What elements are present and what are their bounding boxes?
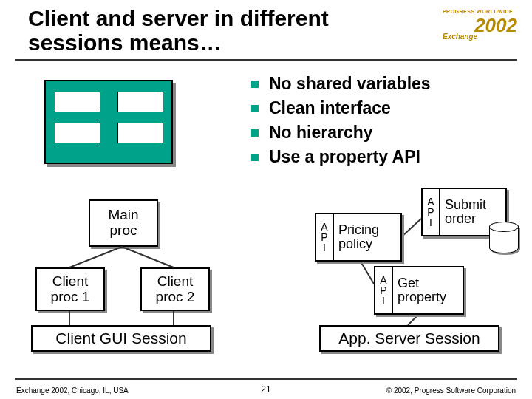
box-line: property bbox=[398, 290, 458, 304]
bullet-icon bbox=[251, 105, 259, 112]
box-line: proc 2 bbox=[142, 290, 208, 305]
footer-left: Exchange 2002, Chicago, IL, USA bbox=[16, 386, 129, 395]
brand-year: 2002 bbox=[474, 14, 517, 36]
api-i: I bbox=[382, 296, 385, 306]
bullet-text: Use a property API bbox=[269, 147, 420, 167]
getprop-api-box: A P I Get property bbox=[374, 266, 464, 315]
box-line: policy bbox=[338, 237, 396, 251]
api-main: Pricing policy bbox=[334, 214, 400, 260]
client-proc1-box: Client proc 1 bbox=[35, 267, 105, 311]
api-side-label: A P I bbox=[316, 214, 334, 260]
svg-line-1 bbox=[122, 247, 174, 267]
server-session-label: App. Server Session bbox=[319, 325, 499, 352]
pricing-api-box: A P I Pricing policy bbox=[315, 213, 402, 262]
svg-line-0 bbox=[69, 247, 122, 267]
bullet-icon bbox=[251, 129, 259, 137]
bullet-item: No hierarchy bbox=[251, 123, 431, 143]
api-p: P bbox=[427, 207, 434, 217]
main-proc-box: Main proc bbox=[89, 200, 158, 247]
footer-divider bbox=[15, 378, 517, 380]
svg-line-6 bbox=[361, 262, 374, 284]
api-p: P bbox=[321, 232, 327, 242]
api-side-label: A P I bbox=[375, 267, 393, 313]
slide-title-area: Client and server in different sessions … bbox=[28, 6, 420, 55]
bullet-text: No hierarchy bbox=[269, 123, 373, 143]
box-line: Pricing bbox=[338, 223, 396, 237]
svg-line-7 bbox=[408, 315, 418, 325]
box-line: Submit bbox=[445, 198, 501, 212]
bullet-text: Clean interface bbox=[269, 98, 391, 118]
database-icon bbox=[489, 222, 517, 254]
svg-line-4 bbox=[402, 219, 421, 236]
box-line: Get bbox=[398, 276, 458, 290]
box-line: Main bbox=[90, 208, 157, 223]
slide-title: Client and server in different sessions … bbox=[28, 6, 420, 55]
brand-exchange: Exchange bbox=[443, 33, 477, 41]
box-line: proc bbox=[90, 223, 157, 239]
api-side-label: A P I bbox=[423, 189, 440, 235]
api-a: A bbox=[427, 197, 434, 207]
client-proc2-box: Client proc 2 bbox=[140, 267, 210, 311]
api-i: I bbox=[429, 217, 432, 228]
client-session-label: Client GUI Session bbox=[31, 325, 211, 352]
api-main: Get property bbox=[393, 267, 463, 313]
brand-logo: PROGRESS WORLDWIDE Exchange2002 bbox=[443, 9, 517, 37]
bullet-item: Clean interface bbox=[251, 98, 431, 118]
api-p: P bbox=[380, 285, 386, 296]
api-a: A bbox=[380, 275, 386, 285]
box-line: proc 1 bbox=[37, 290, 103, 305]
bullet-icon bbox=[251, 154, 259, 161]
footer-right: © 2002, Progress Software Corporation bbox=[386, 386, 516, 395]
bullet-icon bbox=[251, 81, 259, 88]
api-a: A bbox=[321, 222, 327, 232]
page-number: 21 bbox=[261, 384, 270, 395]
title-divider bbox=[15, 59, 517, 61]
decorative-grid bbox=[44, 80, 173, 164]
bullet-text: No shared variables bbox=[269, 74, 431, 94]
box-line: Client bbox=[37, 274, 103, 290]
bullet-list: No shared variables Clean interface No h… bbox=[251, 74, 431, 171]
box-line: Client bbox=[142, 274, 208, 290]
bullet-item: No shared variables bbox=[251, 74, 431, 94]
footer: Exchange 2002, Chicago, IL, USA 21 © 200… bbox=[0, 386, 532, 395]
api-i: I bbox=[323, 242, 326, 253]
brand-tagline: PROGRESS WORLDWIDE bbox=[443, 9, 517, 14]
bullet-item: Use a property API bbox=[251, 147, 431, 167]
